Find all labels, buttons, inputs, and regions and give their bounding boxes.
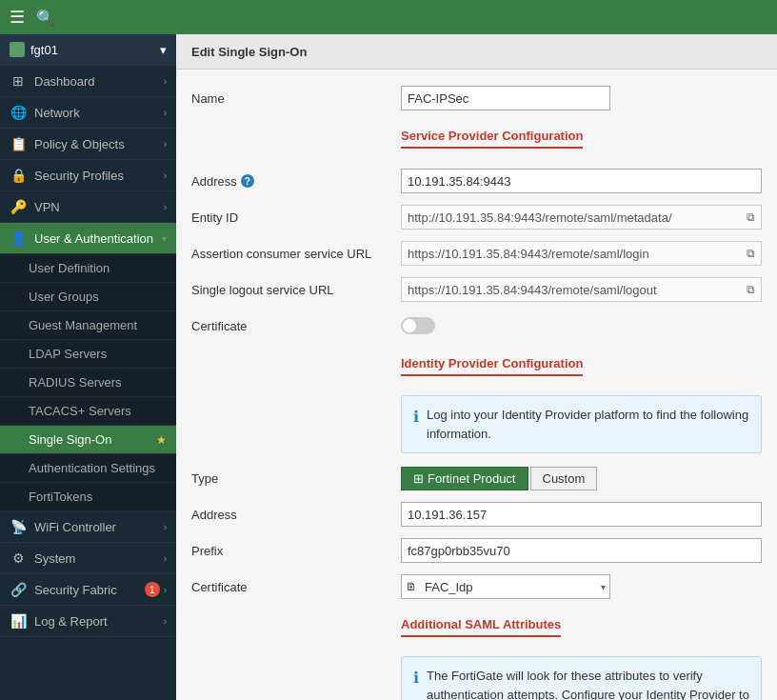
sidebar-label-security-fabric: Security Fabric bbox=[34, 583, 117, 597]
sidebar-item-guest-management[interactable]: Guest Management bbox=[0, 311, 176, 340]
system-arrow: › bbox=[164, 553, 167, 564]
prefix-input[interactable] bbox=[401, 538, 762, 563]
sp-certificate-control bbox=[401, 317, 762, 334]
auth-settings-label: Authentication Settings bbox=[29, 461, 155, 475]
idp-address-row: Address bbox=[191, 501, 762, 528]
sidebar-item-single-sign-on[interactable]: Single Sign-On ★ bbox=[0, 426, 176, 454]
sidebar-label-policy: Policy & Objects bbox=[34, 137, 125, 151]
sidebar-label-user-auth: User & Authentication bbox=[34, 231, 153, 246]
user-auth-icon: 👤 bbox=[10, 230, 27, 246]
search-icon[interactable]: 🔍 bbox=[36, 9, 55, 27]
sidebar-item-user-auth[interactable]: 👤 User & Authentication ▾ bbox=[0, 223, 176, 254]
sidebar-item-auth-settings[interactable]: Authentication Settings bbox=[0, 454, 176, 483]
main-container: fgt01 ▾ ⊞ Dashboard › 🌐 Network › 📋 Poli… bbox=[0, 34, 777, 700]
sidebar-label-system: System bbox=[34, 551, 75, 566]
type-custom-btn[interactable]: Custom bbox=[530, 467, 598, 490]
saml-section-title: Additional SAML Attributes bbox=[401, 617, 561, 637]
sidebar-item-policy[interactable]: 📋 Policy & Objects › bbox=[0, 129, 176, 160]
name-input[interactable] bbox=[401, 86, 610, 110]
name-control bbox=[401, 86, 610, 110]
assertion-url-field: https://10.191.35.84:9443/remote/saml/lo… bbox=[401, 241, 762, 266]
idp-certificate-value: FAC_Idp bbox=[425, 580, 473, 594]
network-arrow: › bbox=[164, 108, 167, 118]
logout-url-row: Single logout service URL https://10.191… bbox=[191, 276, 762, 303]
logout-url-label: Single logout service URL bbox=[191, 283, 401, 297]
sidebar-item-vpn[interactable]: 🔑 VPN › bbox=[0, 191, 176, 223]
ldap-servers-label: LDAP Servers bbox=[29, 347, 107, 361]
assertion-url-label: Assertion consumer service URL bbox=[191, 247, 401, 261]
sidebar-item-system[interactable]: ⚙ System › bbox=[0, 543, 176, 574]
sidebar-label-security-profiles: Security Profiles bbox=[34, 169, 124, 183]
form-container: Name Service Provider Configuration Addr… bbox=[176, 70, 777, 700]
idp-address-label: Address bbox=[191, 508, 401, 522]
device-header[interactable]: fgt01 ▾ bbox=[0, 34, 176, 66]
sp-address-row: Address ? bbox=[191, 168, 762, 194]
policy-arrow: › bbox=[164, 139, 167, 150]
system-icon: ⚙ bbox=[10, 550, 27, 566]
idp-certificate-select[interactable]: 🗎 FAC_Idp ▾ bbox=[401, 574, 610, 599]
sidebar-item-user-definition[interactable]: User Definition bbox=[0, 254, 176, 283]
security-profiles-arrow: › bbox=[164, 170, 167, 181]
logout-url-copy-icon[interactable]: ⧉ bbox=[747, 283, 755, 296]
user-definition-label: User Definition bbox=[29, 261, 110, 275]
sidebar-item-dashboard[interactable]: ⊞ Dashboard › bbox=[0, 66, 176, 97]
cert-icon: 🗎 bbox=[406, 580, 417, 593]
fortitokens-label: FortiTokens bbox=[29, 490, 92, 504]
idp-address-input[interactable] bbox=[401, 502, 762, 527]
idp-info-icon: ℹ bbox=[413, 406, 419, 429]
page-header: Edit Single Sign-On bbox=[176, 34, 777, 70]
security-fabric-arrow: › bbox=[164, 585, 167, 595]
idp-certificate-row: Certificate 🗎 FAC_Idp ▾ bbox=[191, 573, 762, 600]
entity-id-field: http://10.191.35.84:9443/remote/saml/met… bbox=[401, 205, 762, 230]
sidebar-item-tacacs-servers[interactable]: TACACS+ Servers bbox=[0, 397, 176, 426]
type-fortinet-btn[interactable]: ⊞ Fortinet Product bbox=[401, 467, 528, 490]
entity-id-copy-icon[interactable]: ⧉ bbox=[747, 210, 755, 224]
name-row: Name bbox=[191, 85, 762, 111]
sidebar-label-vpn: VPN bbox=[34, 200, 60, 214]
sidebar-item-network[interactable]: 🌐 Network › bbox=[0, 97, 176, 129]
idp-certificate-label: Certificate bbox=[191, 580, 401, 594]
idp-address-control bbox=[401, 502, 762, 527]
sidebar-item-ldap-servers[interactable]: LDAP Servers bbox=[0, 340, 176, 369]
sidebar-item-radius-servers[interactable]: RADIUS Servers bbox=[0, 369, 176, 397]
sidebar-item-security-profiles[interactable]: 🔒 Security Profiles › bbox=[0, 160, 176, 191]
assertion-url-control: https://10.191.35.84:9443/remote/saml/lo… bbox=[401, 241, 762, 266]
sidebar-item-security-fabric[interactable]: 🔗 Security Fabric 1 › bbox=[0, 574, 176, 606]
sidebar-item-log-report[interactable]: 📊 Log & Report › bbox=[0, 606, 176, 637]
sidebar-label-wifi: WiFi Controller bbox=[34, 520, 116, 534]
user-auth-submenu: User Definition User Groups Guest Manage… bbox=[0, 254, 176, 511]
sidebar-label-log-report: Log & Report bbox=[34, 614, 108, 629]
sidebar-item-wifi[interactable]: 📡 WiFi Controller › bbox=[0, 511, 176, 543]
sp-certificate-row: Certificate bbox=[191, 312, 762, 339]
sidebar-item-user-groups[interactable]: User Groups bbox=[0, 283, 176, 311]
sp-certificate-toggle[interactable] bbox=[401, 317, 435, 334]
vpn-icon: 🔑 bbox=[10, 199, 27, 214]
address-help-icon[interactable]: ? bbox=[241, 174, 254, 188]
sp-address-input[interactable] bbox=[401, 169, 762, 193]
star-icon: ★ bbox=[156, 433, 167, 447]
network-icon: 🌐 bbox=[10, 105, 27, 120]
assertion-url-value: https://10.191.35.84:9443/remote/saml/lo… bbox=[408, 247, 649, 261]
saml-section-row: Additional SAML Attributes bbox=[191, 610, 762, 649]
sp-address-label: Address ? bbox=[191, 174, 401, 189]
policy-icon: 📋 bbox=[10, 136, 27, 151]
sidebar-label-network: Network bbox=[34, 106, 80, 120]
sp-address-control bbox=[401, 169, 762, 193]
prefix-row: Prefix bbox=[191, 537, 762, 564]
select-arrow-icon: ▾ bbox=[601, 582, 606, 592]
saml-info-icon: ℹ bbox=[413, 667, 419, 690]
type-row: Type ⊞ Fortinet Product Custom bbox=[191, 465, 762, 491]
saml-info-text: The FortiGate will look for these attrib… bbox=[427, 667, 749, 700]
entity-id-control: http://10.191.35.84:9443/remote/saml/met… bbox=[401, 205, 762, 230]
type-control: ⊞ Fortinet Product Custom bbox=[401, 467, 762, 490]
single-sign-on-label: Single Sign-On bbox=[29, 432, 111, 447]
idp-info-text: Log into your Identity Provider platform… bbox=[427, 406, 749, 443]
wifi-arrow: › bbox=[164, 522, 167, 532]
entity-id-row: Entity ID http://10.191.35.84:9443/remot… bbox=[191, 204, 762, 230]
sidebar-item-fortitokens[interactable]: FortiTokens bbox=[0, 483, 176, 511]
assertion-url-copy-icon[interactable]: ⧉ bbox=[747, 247, 755, 260]
saml-info-box: ℹ The FortiGate will look for these attr… bbox=[401, 656, 762, 700]
idp-section-title: Identity Provider Configuration bbox=[401, 356, 583, 376]
idp-section-row: Identity Provider Configuration bbox=[191, 349, 762, 388]
menu-icon[interactable]: ☰ bbox=[10, 7, 25, 28]
